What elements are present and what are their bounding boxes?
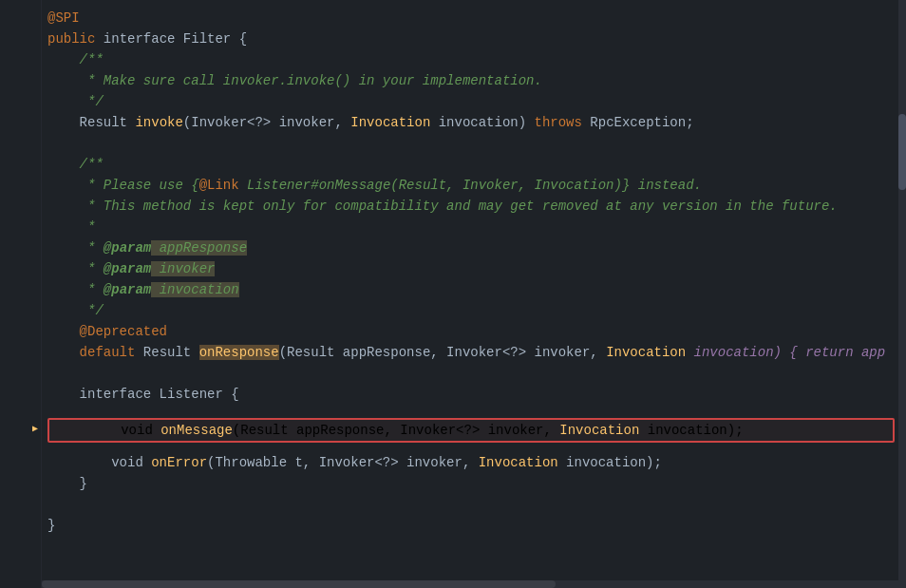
scrollbar-track: [898, 0, 906, 588]
scrollbar-thumb-v[interactable]: [898, 114, 906, 190]
scrollbar-track-h: [42, 580, 898, 588]
code-after: void onError(Throwable t, Invoker<?> inv…: [47, 452, 662, 536]
code-pre: @SPI public interface Filter { /** * Mak…: [47, 8, 895, 405]
annotation-spi: @SPI: [47, 10, 80, 26]
highlighted-method-line: void onMessage(Result appResponse, Invok…: [47, 418, 895, 443]
editor-root: ▶ @SPI public interface Filter { /** * M…: [0, 0, 906, 588]
scrollbar-thumb-h[interactable]: [42, 580, 556, 588]
gutter-arrow: ▶: [0, 419, 42, 440]
keyword-public: public: [47, 31, 95, 47]
code-area: @SPI public interface Filter { /** * Mak…: [47, 8, 895, 580]
